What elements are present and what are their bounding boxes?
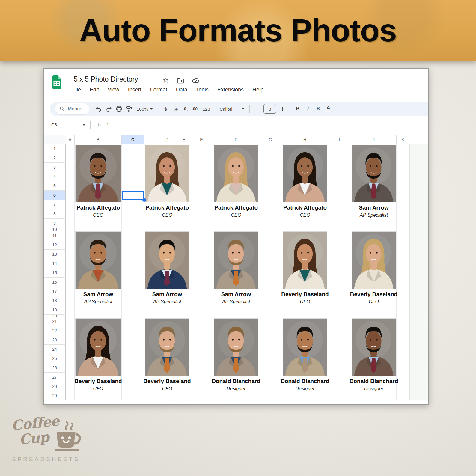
- text-color-button[interactable]: A: [323, 104, 333, 114]
- person-title-cell[interactable]: AP Specialist: [210, 298, 262, 305]
- row-header-21[interactable]: 21: [44, 317, 66, 326]
- row-header-27[interactable]: 27: [44, 373, 66, 382]
- format-percent-button[interactable]: %: [171, 104, 181, 114]
- person-name-cell[interactable]: Beverly Baseland: [279, 290, 331, 298]
- person-title-cell[interactable]: AP Specialist: [348, 212, 400, 219]
- person-title-cell[interactable]: CEO: [279, 212, 331, 219]
- menus-search-pill[interactable]: Menus: [55, 103, 89, 114]
- column-header-g[interactable]: G: [259, 135, 282, 144]
- headshot-photo[interactable]: [145, 232, 189, 289]
- menu-item-format[interactable]: Format: [150, 87, 167, 93]
- row-header-23[interactable]: 23: [44, 335, 66, 345]
- row-header-18[interactable]: 18: [44, 296, 66, 305]
- decrease-decimal-button[interactable]: .0←: [181, 104, 191, 114]
- headshot-photo[interactable]: [76, 145, 121, 202]
- row-header-8[interactable]: 8: [44, 209, 66, 219]
- row-header-2[interactable]: 2: [44, 153, 66, 163]
- headshot-photo[interactable]: [145, 145, 189, 202]
- row-header-13[interactable]: 13: [44, 250, 66, 259]
- headshot-photo[interactable]: [145, 319, 189, 376]
- person-title-cell[interactable]: Designer: [348, 385, 400, 392]
- italic-button[interactable]: I: [303, 104, 313, 114]
- person-name-cell[interactable]: Sam Arrow: [72, 290, 125, 298]
- move-to-folder-icon[interactable]: [177, 76, 185, 84]
- headshot-photo[interactable]: [214, 232, 258, 289]
- menu-item-file[interactable]: File: [72, 87, 81, 93]
- person-name-cell[interactable]: Patrick Affegato: [210, 204, 262, 212]
- formula-input[interactable]: 1: [107, 122, 109, 127]
- person-name-cell[interactable]: Donald Blanchard: [210, 377, 262, 385]
- person-title-cell[interactable]: CEO: [141, 212, 193, 219]
- person-title-cell[interactable]: CEO: [210, 212, 262, 219]
- column-header-h[interactable]: H: [282, 135, 328, 144]
- menu-item-view[interactable]: View: [108, 87, 119, 93]
- row-header-22[interactable]: 22: [44, 326, 66, 335]
- row-header-16[interactable]: 16: [44, 278, 66, 287]
- row-header-28[interactable]: 28: [44, 382, 66, 391]
- name-box-caret-icon[interactable]: [82, 124, 85, 126]
- row-header-10[interactable]: 10: [44, 228, 66, 231]
- row-header-29[interactable]: 29: [44, 391, 66, 400]
- row-header-15[interactable]: 15: [44, 268, 66, 278]
- font-family-select[interactable]: Calibri: [219, 106, 240, 112]
- person-name-cell[interactable]: Sam Arrow: [348, 204, 400, 212]
- headshot-photo[interactable]: [352, 232, 396, 289]
- headshot-photo[interactable]: [214, 145, 258, 202]
- column-dropdown-icon[interactable]: [183, 139, 186, 141]
- column-header-e[interactable]: E: [190, 135, 213, 144]
- row-header-7[interactable]: 7: [44, 200, 66, 209]
- row-header-5[interactable]: 5: [44, 181, 66, 191]
- paint-format-button[interactable]: [124, 104, 134, 114]
- name-box[interactable]: C6: [51, 122, 81, 127]
- document-title[interactable]: 5 x 5 Photo Directory: [74, 75, 138, 83]
- menu-item-insert[interactable]: Insert: [128, 87, 141, 93]
- person-name-cell[interactable]: Sam Arrow: [210, 290, 262, 298]
- person-title-cell[interactable]: Designer: [279, 385, 331, 392]
- row-header-19[interactable]: 19: [44, 305, 66, 315]
- row-header-26[interactable]: 26: [44, 363, 66, 373]
- row-header-3[interactable]: 3: [44, 163, 66, 172]
- column-header-d[interactable]: D: [144, 135, 190, 144]
- person-name-cell[interactable]: Beverly Baseland: [141, 377, 193, 385]
- person-title-cell[interactable]: AP Specialist: [72, 298, 125, 305]
- row-header-4[interactable]: 4: [44, 172, 66, 181]
- row-header-20[interactable]: 20: [44, 315, 66, 317]
- fill-handle[interactable]: [142, 198, 146, 202]
- column-header-i[interactable]: I: [328, 135, 351, 144]
- strikethrough-button[interactable]: S: [313, 104, 323, 114]
- headshot-photo[interactable]: [283, 145, 327, 202]
- print-button[interactable]: [114, 104, 124, 114]
- headshot-photo[interactable]: [283, 319, 327, 376]
- person-name-cell[interactable]: Beverly Baseland: [72, 377, 125, 385]
- person-title-cell[interactable]: CFO: [72, 385, 125, 392]
- person-title-cell[interactable]: CFO: [141, 385, 193, 392]
- menu-item-edit[interactable]: Edit: [90, 87, 99, 93]
- format-currency-button[interactable]: $: [160, 104, 171, 114]
- person-title-cell[interactable]: CFO: [348, 298, 400, 305]
- row-header-14[interactable]: 14: [44, 259, 66, 268]
- row-header-1[interactable]: 1: [44, 144, 66, 153]
- person-name-cell[interactable]: Patrick Affegato: [141, 204, 193, 212]
- person-title-cell[interactable]: Designer: [210, 385, 262, 392]
- row-header-9[interactable]: 9: [44, 219, 66, 228]
- person-name-cell[interactable]: Beverly Baseland: [348, 290, 400, 298]
- headshot-photo[interactable]: [214, 319, 258, 376]
- cloud-status-icon[interactable]: [192, 76, 200, 84]
- headshot-photo[interactable]: [283, 232, 327, 289]
- column-header-a[interactable]: A: [66, 135, 75, 144]
- menu-item-help[interactable]: Help: [252, 87, 263, 93]
- redo-button[interactable]: [104, 104, 114, 114]
- person-name-cell[interactable]: Patrick Affegato: [72, 204, 125, 212]
- undo-button[interactable]: [94, 104, 104, 114]
- column-header-c[interactable]: C: [122, 135, 144, 144]
- select-all-corner[interactable]: [44, 135, 66, 144]
- person-name-cell[interactable]: Donald Blanchard: [348, 377, 400, 385]
- bold-button[interactable]: B: [293, 104, 303, 114]
- person-title-cell[interactable]: CFO: [279, 298, 331, 305]
- column-header-b[interactable]: B: [75, 135, 122, 144]
- headshot-photo[interactable]: [352, 145, 396, 202]
- more-formats-button[interactable]: 123: [201, 104, 211, 114]
- column-header-k[interactable]: K: [397, 135, 409, 144]
- person-title-cell[interactable]: CEO: [72, 212, 125, 219]
- row-header-25[interactable]: 25: [44, 354, 66, 363]
